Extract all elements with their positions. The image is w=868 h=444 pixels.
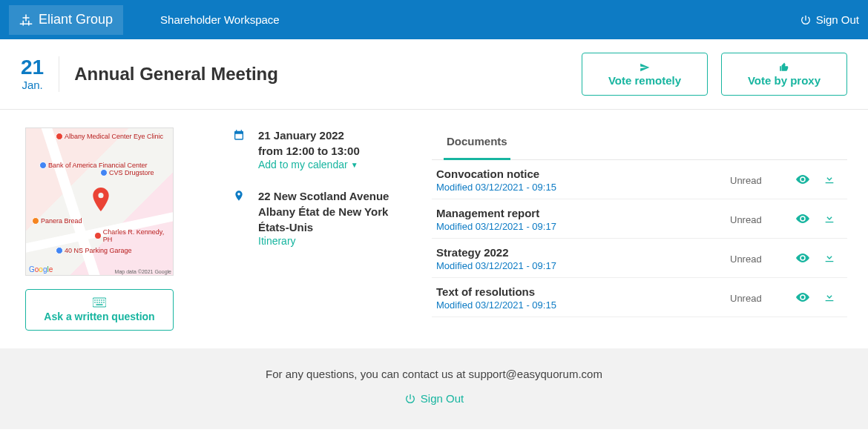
map-poi: CVS Drugstore [109, 169, 154, 176]
details-column: 21 January 2022 from 12:00 to 13:00 Add … [233, 127, 410, 331]
document-meta: Modified 03/12/2021 - 09:17 [436, 221, 730, 232]
paper-plane-icon [639, 62, 651, 73]
eye-icon [796, 173, 809, 185]
map-copyright: Map data ©2021 Google [115, 269, 171, 274]
keyboard-icon [93, 297, 106, 308]
download-document-button[interactable] [816, 173, 843, 188]
event-date-block: 21 Jan. [21, 56, 59, 91]
signout-button-footer[interactable]: Sign Out [404, 392, 464, 405]
location-pin-icon [233, 188, 248, 247]
tab-documents[interactable]: Documents [444, 127, 510, 160]
map-attribution: Google [29, 265, 53, 274]
document-title[interactable]: Management report [436, 207, 730, 219]
ask-question-label: Ask a written question [44, 311, 154, 322]
address-line-1: 22 New Scotland Avenue [258, 188, 410, 204]
eye-icon [796, 291, 809, 303]
event-month: Jan. [21, 79, 44, 92]
svg-rect-11 [96, 304, 103, 305]
view-document-button[interactable] [789, 213, 816, 227]
svg-rect-5 [103, 299, 105, 301]
document-row: Strategy 2022 Modified 03/12/2021 - 09:1… [432, 239, 847, 278]
svg-rect-3 [99, 299, 100, 301]
document-title[interactable]: Strategy 2022 [436, 246, 730, 259]
map-poi: Charles R. Kennedy, PH [103, 228, 173, 243]
map-poi: 40 NS Parking Garage [65, 247, 132, 254]
document-row: Management report Modified 03/12/2021 - … [432, 199, 847, 239]
workspace-title: Shareholder Workspace [160, 13, 280, 26]
map-poi: Bank of America Financial Center [48, 162, 148, 169]
titlebar: 21 Jan. Annual General Meeting Vote remo… [0, 39, 868, 110]
page-footer: For any questions, you can contact us at… [0, 348, 868, 429]
document-status: Unread [730, 293, 789, 304]
vote-proxy-button[interactable]: Vote by proxy [721, 53, 847, 96]
document-status: Unread [730, 214, 789, 225]
map-poi: Panera Bread [41, 217, 82, 225]
add-to-calendar-link[interactable]: Add to my calendar ▼ [258, 159, 358, 170]
document-meta: Modified 03/12/2021 - 09:17 [436, 260, 730, 271]
brand-name: Eliant Group [39, 12, 113, 27]
view-document-button[interactable] [789, 173, 816, 188]
app-header: Eliant Group Shareholder Workspace Sign … [0, 0, 868, 39]
document-row: Text of resolutions Modified 03/12/2021 … [432, 278, 847, 317]
power-icon [800, 14, 812, 26]
document-meta: Modified 03/12/2021 - 09:15 [436, 299, 730, 311]
download-icon [823, 173, 836, 185]
thumbs-up-icon [778, 62, 790, 73]
vote-remotely-button[interactable]: Vote remotely [582, 53, 708, 96]
download-document-button[interactable] [816, 291, 843, 305]
svg-rect-1 [94, 299, 96, 301]
download-icon [823, 291, 836, 303]
vote-remotely-label: Vote remotely [608, 74, 681, 87]
map-poi: Albany Medical Center Eye Clinic [65, 133, 163, 140]
svg-rect-4 [101, 299, 102, 301]
svg-rect-6 [94, 302, 96, 303]
location-map[interactable]: Albany Medical Center Eye Clinic Bank of… [25, 127, 174, 276]
document-row: Convocation notice Modified 03/12/2021 -… [432, 160, 847, 199]
documents-column: Documents Convocation notice Modified 03… [432, 127, 847, 331]
power-icon [404, 393, 416, 405]
document-title[interactable]: Convocation notice [436, 168, 730, 180]
document-title[interactable]: Text of resolutions [436, 285, 730, 298]
event-time-text: from 12:00 to 13:00 [258, 143, 360, 159]
ask-question-button[interactable]: Ask a written question [25, 289, 174, 331]
page-title: Annual General Meeting [74, 64, 278, 85]
address-line-2: Albany État de New York États-Unis [258, 204, 410, 235]
svg-rect-10 [103, 302, 105, 303]
footer-contact-text: For any questions, you can contact us at… [7, 368, 861, 380]
event-date-text: 21 January 2022 [258, 127, 360, 143]
footer-signout-label: Sign Out [421, 392, 464, 405]
eye-icon [796, 213, 809, 225]
download-document-button[interactable] [816, 213, 843, 227]
left-column: Albany Medical Center Eye Clinic Bank of… [25, 127, 211, 331]
download-icon [823, 213, 836, 225]
calendar-icon [233, 127, 248, 170]
vote-proxy-label: Vote by proxy [748, 74, 821, 87]
chevron-down-icon: ▼ [351, 161, 358, 169]
svg-rect-8 [99, 302, 100, 303]
document-meta: Modified 03/12/2021 - 09:15 [436, 182, 730, 193]
view-document-button[interactable] [789, 252, 816, 266]
svg-rect-2 [96, 299, 98, 301]
signout-button-top[interactable]: Sign Out [800, 13, 859, 26]
eye-icon [796, 252, 809, 264]
document-status: Unread [730, 254, 789, 265]
download-document-button[interactable] [816, 252, 843, 266]
brand-icon [19, 13, 33, 27]
svg-rect-9 [101, 302, 102, 303]
document-status: Unread [730, 175, 789, 186]
brand-logo[interactable]: Eliant Group [9, 5, 123, 35]
view-document-button[interactable] [789, 291, 816, 305]
download-icon [823, 252, 836, 264]
event-day: 21 [21, 56, 44, 79]
itinerary-link[interactable]: Itinerary [258, 235, 296, 247]
svg-rect-7 [96, 302, 98, 303]
signout-label: Sign Out [816, 13, 859, 26]
map-pin-icon [93, 188, 109, 213]
